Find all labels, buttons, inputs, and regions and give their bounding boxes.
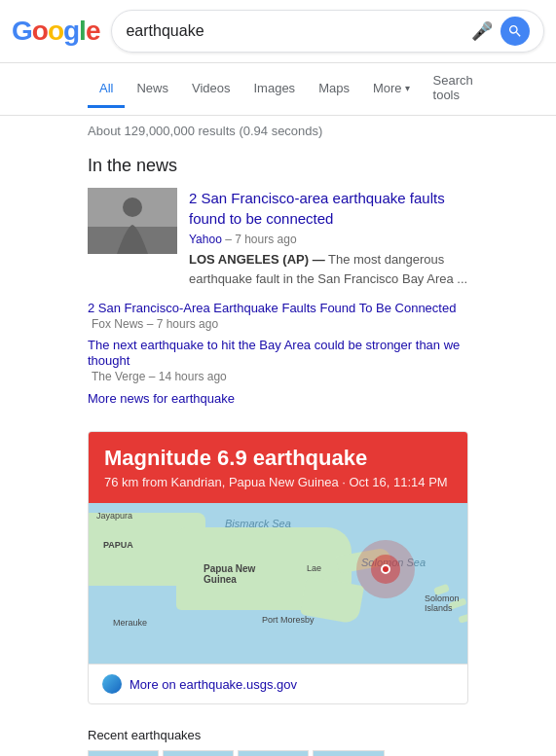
map-label-portmoresby: Port Moresby <box>262 615 315 625</box>
secondary-article-1-link[interactable]: 2 San Francisco-Area Earthquake Faults F… <box>88 301 456 315</box>
news-section: In the news 2 San Francisco-area earthqu… <box>0 146 556 415</box>
recent-item-3[interactable]: Puerto Rico M 5.6 17 km from Roseau, <box>238 750 309 756</box>
quake-usgs-link[interactable]: More on earthquake.usgs.gov <box>89 664 467 703</box>
map-label-png: Papua NewGuinea <box>204 563 255 585</box>
secondary-article-2-source: The Verge – 14 hours ago <box>92 370 227 383</box>
secondary-article-1-source: Fox News – 7 hours ago <box>92 317 218 331</box>
map-label-bismarck: Bismarck Sea <box>225 518 291 529</box>
recent-earthquakes-section: Recent earthquakes M 5.7 9497 km from Ba… <box>88 720 468 756</box>
quake-header: Magnitude 6.9 earthquake 76 km from Kand… <box>89 432 467 503</box>
nav-tabs: All News Videos Images Maps More▾ Search… <box>0 63 556 116</box>
search-button[interactable] <box>500 17 530 46</box>
news-section-title: In the news <box>88 156 468 176</box>
news-time: – 7 hours ago <box>225 233 296 246</box>
tab-all[interactable]: All <box>88 71 125 108</box>
quake-subtitle: 76 km from Kandrian, Papua New Guinea · … <box>104 475 452 489</box>
secondary-article-2: The next earthquake to hit the Bay Area … <box>88 337 468 383</box>
secondary-article-1: 2 San Francisco-Area Earthquake Faults F… <box>88 300 468 331</box>
quake-map: Bismarck Sea PAPUA Jayapura Papua NewGui… <box>89 503 467 664</box>
news-main-article: 2 San Francisco-area earthquake faults f… <box>88 188 468 288</box>
quake-title: Magnitude 6.9 earthquake <box>104 446 452 471</box>
recent-item-1[interactable]: M 5.7 9497 km from Balbala, Djibouti <box>88 750 159 756</box>
more-news-link[interactable]: More news for earthquake <box>88 391 468 406</box>
google-logo: Google <box>12 16 99 47</box>
tab-search-tools[interactable]: Search tools <box>422 63 485 115</box>
recent-item-2[interactable]: MPUNG Jakarta Bandung M 6.6 204 km from … <box>163 750 234 756</box>
secondary-article-2-link[interactable]: The next earthquake to hit the Bay Area … <box>88 338 460 368</box>
news-headline[interactable]: 2 San Francisco-area earthquake faults f… <box>189 188 468 229</box>
tab-maps[interactable]: Maps <box>307 71 361 108</box>
map-label-papua: PAPUA <box>103 540 133 550</box>
mic-icon[interactable]: 🎤 <box>471 20 493 42</box>
header: Google earthquake 🎤 <box>0 0 556 63</box>
quake-epicenter <box>356 540 415 598</box>
quake-card: Magnitude 6.9 earthquake 76 km from Kand… <box>88 431 468 704</box>
source-name: Yahoo <box>189 233 222 246</box>
search-input[interactable]: earthquake <box>126 22 471 40</box>
map-label-solomon-islands: SolomonIslands <box>425 594 460 613</box>
tab-more[interactable]: More▾ <box>361 71 422 108</box>
news-content: 2 San Francisco-area earthquake faults f… <box>189 188 468 288</box>
tab-news[interactable]: News <box>125 71 180 108</box>
recent-item-4[interactable]: M 5.9 602 km from Suva, Fiji <box>313 750 384 756</box>
recent-title: Recent earthquakes <box>88 720 468 750</box>
news-snippet: LOS ANGELES (AP) — The most dangerous ea… <box>189 250 468 288</box>
news-source: Yahoo – 7 hours ago <box>189 233 468 246</box>
globe-icon <box>102 674 122 694</box>
news-thumbnail <box>88 188 177 254</box>
tab-videos[interactable]: Videos <box>180 71 242 108</box>
map-label-jayapura: Jayapura <box>96 511 132 521</box>
map-label-merauke: Merauke <box>113 618 147 628</box>
recent-grid: M 5.7 9497 km from Balbala, Djibouti MPU… <box>88 750 385 756</box>
search-bar: earthquake 🎤 <box>111 10 544 53</box>
usgs-label: More on earthquake.usgs.gov <box>130 677 297 692</box>
results-count: About 129,000,000 results (0.94 seconds) <box>0 116 556 146</box>
map-label-lae: Lae <box>307 563 321 573</box>
svg-point-2 <box>123 198 142 217</box>
tab-images[interactable]: Images <box>241 71 307 108</box>
